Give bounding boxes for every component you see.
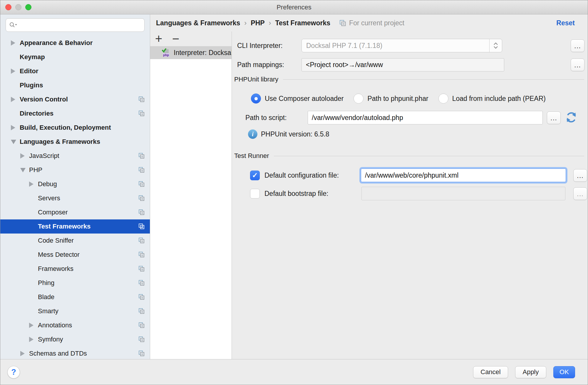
default-bootstrap-browse-button[interactable]: ...: [573, 187, 587, 200]
path-mappings-label: Path mappings:: [237, 61, 284, 69]
php-interpreter-icon: php: [161, 48, 171, 58]
radio-load-from-include-path-pear[interactable]: [438, 94, 448, 104]
default-bootstrap-checkbox[interactable]: [250, 189, 260, 199]
chevron-right-icon[interactable]: [11, 40, 20, 46]
chevron-right-icon[interactable]: [11, 125, 20, 130]
radio-option-use-composer-autoloader[interactable]: Use Composer autoloader: [251, 94, 344, 104]
sidebar-item-version-control[interactable]: Version Control: [0, 92, 150, 106]
breadcrumb-languages-frameworks[interactable]: Languages & Frameworks: [156, 19, 240, 27]
path-to-script-browse-button[interactable]: ...: [547, 111, 561, 124]
cancel-button[interactable]: Cancel: [473, 366, 508, 378]
settings-tree: Appearance & BehaviorKeymapEditorPlugins…: [0, 36, 150, 359]
footer-bar: ? Cancel Apply OK: [0, 359, 588, 385]
sidebar-item-languages-frameworks[interactable]: Languages & Frameworks: [0, 135, 150, 149]
sidebar-item-composer[interactable]: Composer: [0, 205, 150, 219]
sidebar-item-label: Editor: [20, 67, 38, 75]
chevron-right-icon[interactable]: [20, 351, 29, 356]
sidebar-item-schemas-and-dtds[interactable]: Schemas and DTDs: [0, 346, 150, 359]
sidebar-item-label: Composer: [38, 209, 68, 216]
default-configuration-input[interactable]: [361, 169, 566, 182]
breadcrumb: Languages & Frameworks › PHP › Test Fram…: [150, 14, 588, 31]
default-configuration-browse-button[interactable]: ...: [573, 169, 587, 182]
path-to-script-label: Path to script:: [245, 114, 287, 122]
chevron-right-icon[interactable]: [29, 181, 38, 187]
cli-interpreter-stepper[interactable]: [489, 39, 502, 52]
zoom-button[interactable]: [25, 4, 31, 10]
path-mappings-field[interactable]: <Project root>→/var/www: [301, 58, 504, 71]
interpreter-list-item-label: Interpreter: Docksal PHP 7.1: [174, 49, 232, 57]
remove-interpreter-button[interactable]: −: [171, 33, 180, 45]
sidebar-item-plugins[interactable]: Plugins: [0, 78, 150, 92]
project-scope-icon: [339, 19, 346, 27]
breadcrumb-test-frameworks[interactable]: Test Frameworks: [275, 19, 330, 27]
sidebar-item-label: Test Frameworks: [38, 223, 91, 230]
chevron-down-icon[interactable]: [11, 140, 20, 144]
sidebar-item-annotations[interactable]: Annotations: [0, 318, 150, 332]
cli-interpreter-select[interactable]: Docksal PHP 7.1 (7.1.18): [301, 39, 502, 52]
radio-option-load-from-include-path-pear[interactable]: Load from include path (PEAR): [438, 94, 546, 104]
path-mappings-browse-button[interactable]: ...: [571, 59, 584, 71]
interpreter-list-item[interactable]: php Interpreter: Docksal PHP 7.1: [150, 46, 232, 59]
sidebar-item-debug[interactable]: Debug: [0, 177, 150, 191]
section-divider: [274, 156, 584, 156]
sidebar-item-editor[interactable]: Editor: [0, 64, 150, 78]
path-to-script-input[interactable]: [308, 111, 543, 124]
chevron-right-icon[interactable]: [11, 97, 20, 102]
chevron-right-icon[interactable]: [11, 69, 20, 74]
chevron-right-icon[interactable]: [29, 337, 38, 342]
title-bar: Preferences: [0, 0, 588, 14]
sidebar-item-frameworks[interactable]: Frameworks: [0, 262, 150, 276]
sidebar-item-javascript[interactable]: JavaScript: [0, 149, 150, 163]
settings-sidebar: Appearance & BehaviorKeymapEditorPlugins…: [0, 14, 150, 359]
add-interpreter-button[interactable]: +: [154, 33, 163, 45]
default-configuration-checkbox[interactable]: [250, 171, 260, 180]
sidebar-item-phing[interactable]: Phing: [0, 276, 150, 290]
traffic-lights: [5, 0, 31, 14]
sidebar-item-directories[interactable]: Directories: [0, 106, 150, 121]
test-runner-section-title: Test Runner: [234, 152, 269, 160]
sidebar-item-appearance-behavior[interactable]: Appearance & Behavior: [0, 36, 150, 50]
project-level-icon: [138, 96, 145, 103]
sidebar-item-blade[interactable]: Blade: [0, 290, 150, 304]
default-bootstrap-input[interactable]: [361, 187, 565, 200]
sidebar-item-symfony[interactable]: Symfony: [0, 332, 150, 346]
radio-option-path-to-phpunit-phar[interactable]: Path to phpunit.phar: [354, 94, 428, 104]
sidebar-item-code-sniffer[interactable]: Code Sniffer: [0, 234, 150, 248]
section-divider: [283, 79, 584, 80]
chevron-right-icon[interactable]: [29, 323, 38, 328]
apply-button[interactable]: Apply: [515, 366, 546, 378]
sidebar-item-servers[interactable]: Servers: [0, 191, 150, 205]
settings-search-input[interactable]: [19, 21, 141, 29]
close-button[interactable]: [5, 4, 11, 10]
info-icon: i: [248, 129, 257, 139]
reload-phpunit-icon[interactable]: [565, 111, 578, 124]
project-level-icon: [138, 279, 145, 286]
sidebar-item-test-frameworks[interactable]: Test Frameworks: [0, 219, 150, 234]
chevron-right-icon[interactable]: [20, 153, 29, 159]
sidebar-item-mess-detector[interactable]: Mess Detector: [0, 248, 150, 262]
reset-link[interactable]: Reset: [556, 19, 575, 27]
chevron-down-icon[interactable]: [20, 168, 29, 172]
project-level-icon: [138, 195, 145, 202]
cli-interpreter-browse-button[interactable]: ...: [571, 39, 584, 52]
sidebar-item-php[interactable]: PHP: [0, 163, 150, 177]
sidebar-item-keymap[interactable]: Keymap: [0, 50, 150, 64]
project-level-icon: [138, 209, 145, 216]
interpreter-list-toolbar: + −: [150, 31, 232, 46]
breadcrumb-php[interactable]: PHP: [251, 19, 264, 27]
search-box[interactable]: [6, 18, 145, 32]
help-button[interactable]: ?: [7, 366, 20, 379]
sidebar-item-build-execution-deployment[interactable]: Build, Execution, Deployment: [0, 121, 150, 135]
sidebar-item-label: Appearance & Behavior: [20, 39, 93, 47]
radio-label: Path to phpunit.phar: [367, 95, 428, 103]
radio-path-to-phpunit-phar[interactable]: [354, 94, 363, 104]
project-level-icon: [138, 294, 145, 301]
preferences-window: Preferences Appearance & BehaviorKeymapE…: [0, 0, 588, 385]
radio-use-composer-autoloader[interactable]: [251, 94, 261, 104]
project-level-icon: [138, 336, 145, 343]
phpunit-version-text: PHPUnit version: 6.5.8: [261, 130, 329, 138]
sidebar-item-smarty[interactable]: Smarty: [0, 304, 150, 318]
ok-button[interactable]: OK: [553, 366, 575, 378]
minimize-button[interactable]: [15, 4, 21, 10]
sidebar-item-label: Servers: [38, 194, 60, 202]
